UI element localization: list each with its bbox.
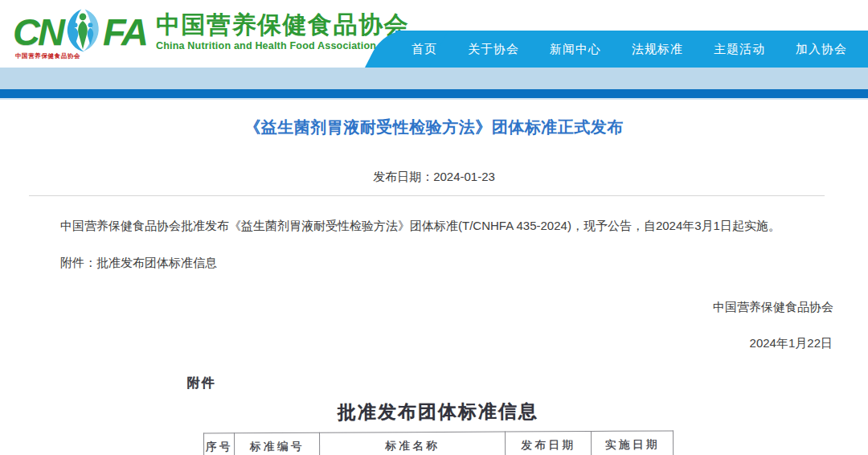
nav-item-activities[interactable]: 主题活动 <box>714 42 765 57</box>
standards-table: 序号 标准编号 标准名称 发布日期 实施日期 1 T/CNHFA 435-202… <box>203 430 674 455</box>
site-header: CN FA 中国营养保健食品协会 中国营养保健食品协会 China Nutrit… <box>0 0 868 68</box>
divider-line <box>29 195 825 196</box>
article-content: 《益生菌剂胃液耐受性检验方法》团体标准正式发布 发布日期：2024-01-23 … <box>0 117 868 455</box>
col-header-standard-no: 标准编号 <box>235 432 320 455</box>
col-header-publish-date: 发布日期 <box>506 431 592 455</box>
nav-item-standards[interactable]: 法规标准 <box>632 42 683 57</box>
scan-attachment-label: 附件 <box>187 371 868 391</box>
col-header-standard-name: 标准名称 <box>320 432 506 455</box>
signature-date: 2024年1月22日 <box>0 336 833 351</box>
site-logo[interactable]: CN FA 中国营养保健食品协会 中国营养保健食品协会 China Nutrit… <box>13 6 409 58</box>
scan-document-body: 批准发布团体标准信息 序号 标准编号 标准名称 发布日期 实施日期 <box>203 398 674 455</box>
scanned-attachment: 附件 批准发布团体标准信息 序号 标准编号 标准名称 发布日期 实施日期 <box>0 371 868 455</box>
publish-date-line: 发布日期：2024-01-23 <box>0 170 868 185</box>
col-header-index: 序号 <box>204 433 235 455</box>
nav-item-about[interactable]: 关于协会 <box>468 42 519 57</box>
main-nav: 首页 关于协会 新闻中心 法规标准 主题活动 加入协会 <box>395 31 868 68</box>
scan-table-title: 批准发布团体标准信息 <box>203 398 673 425</box>
org-name-zh: 中国营养保健食品协会 <box>156 11 409 39</box>
table-header-row: 序号 标准编号 标准名称 发布日期 实施日期 <box>204 431 674 455</box>
nav-item-home[interactable]: 首页 <box>411 42 437 57</box>
attachment-line: 附件：批准发布团体标准信息 <box>60 256 824 271</box>
nav-item-join[interactable]: 加入协会 <box>796 42 847 57</box>
announcement-paragraph: 中国营养保健食品协会批准发布《益生菌剂胃液耐受性检验方法》团体标准(T/CNHF… <box>60 217 824 234</box>
logo-letters-fa: FA <box>103 8 146 56</box>
org-name-en: China Nutrition and Health Food Associat… <box>156 40 409 51</box>
nav-item-news[interactable]: 新闻中心 <box>550 42 601 57</box>
logo-subtext-zh: 中国营养保健食品协会 <box>15 52 80 60</box>
signature-org: 中国营养保健食品协会 <box>0 300 833 315</box>
logo-letters-cn: CN <box>13 8 63 56</box>
col-header-implement-date: 实施日期 <box>592 431 674 455</box>
cnhfa-logo-mark: CN FA 中国营养保健食品协会 <box>13 6 146 58</box>
org-names: 中国营养保健食品协会 China Nutrition and Health Fo… <box>156 6 409 51</box>
publish-date-value: 2024-01-23 <box>433 170 495 183</box>
publish-date-label: 发布日期： <box>373 170 433 183</box>
band-dark-blue <box>0 89 868 100</box>
cnhfa-emblem-icon <box>63 6 102 58</box>
page-title: 《益生菌剂胃液耐受性检验方法》团体标准正式发布 <box>0 117 868 138</box>
band-light-blue <box>0 68 868 89</box>
